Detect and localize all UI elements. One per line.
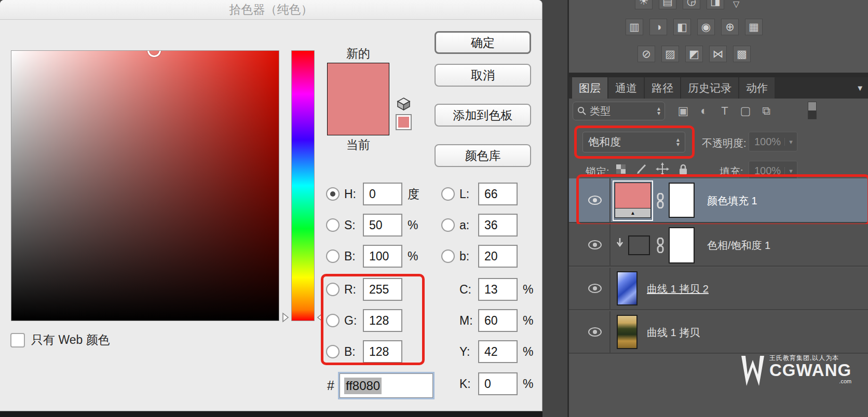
- k-unit: %: [523, 377, 533, 391]
- add-to-swatches-button[interactable]: 添加到色板: [435, 104, 531, 127]
- b2-radio[interactable]: [326, 345, 340, 358]
- layer-mask-thumbnail[interactable]: [669, 227, 695, 263]
- adjustment-layer-filter-icon[interactable]: ◐: [696, 103, 712, 119]
- levels-icon[interactable]: ▤: [659, 0, 676, 9]
- lock-position-icon[interactable]: [655, 162, 670, 176]
- only-web-colors-label: 只有 Web 颜色: [31, 332, 110, 348]
- vibrance-icon[interactable]: ▥: [626, 19, 643, 35]
- g-input[interactable]: 128: [363, 309, 402, 332]
- photo-filter-icon[interactable]: ◉: [697, 19, 715, 35]
- only-web-colors-checkbox[interactable]: [10, 333, 25, 348]
- hue-slider[interactable]: [291, 50, 315, 321]
- dialog-titlebar[interactable]: 拾色器（纯色）: [0, 0, 542, 20]
- cancel-button[interactable]: 取消: [435, 64, 531, 87]
- b-radio[interactable]: [326, 249, 340, 263]
- h-radio[interactable]: [326, 187, 340, 201]
- gamut-warning-cube-icon[interactable]: [397, 98, 411, 110]
- b-input[interactable]: 100: [363, 245, 402, 268]
- fill-layer-thumbnail[interactable]: ▲: [615, 183, 651, 219]
- a-input[interactable]: 36: [478, 214, 518, 237]
- color-libraries-button[interactable]: 颜色库: [435, 144, 531, 167]
- type-layer-filter-icon[interactable]: T: [716, 103, 733, 119]
- posterize-icon[interactable]: ▨: [661, 46, 679, 62]
- a-radio[interactable]: [441, 218, 455, 232]
- opacity-caret-icon[interactable]: ▾: [784, 138, 797, 146]
- layer-mask-thumbnail[interactable]: [669, 183, 695, 218]
- fill-control[interactable]: 100% ▾: [749, 161, 797, 180]
- hue-pointer-left-icon[interactable]: [282, 312, 289, 323]
- g-radio[interactable]: [326, 314, 340, 327]
- layer-name[interactable]: 色相/饱和度 1: [707, 239, 770, 253]
- fill-caret-icon[interactable]: ▾: [784, 167, 797, 175]
- h-input[interactable]: 0: [363, 183, 402, 205]
- brightness-contrast-icon[interactable]: ☀: [635, 0, 653, 9]
- shape-layer-filter-icon[interactable]: ▢: [737, 103, 754, 119]
- lock-transparency-icon[interactable]: [614, 162, 628, 176]
- color-lookup-icon[interactable]: ▦: [745, 19, 763, 35]
- opacity-control[interactable]: 100% ▾: [749, 132, 797, 151]
- exposure-icon[interactable]: ◨: [707, 0, 724, 9]
- pixel-layer-filter-icon[interactable]: ▣: [675, 103, 691, 119]
- l-input[interactable]: 66: [478, 183, 518, 205]
- layer-row-curves-copy[interactable]: 曲线 1 拷贝: [569, 311, 868, 354]
- panel-menu-icon[interactable]: ▼: [856, 84, 864, 92]
- invert-icon[interactable]: ⊘: [638, 46, 655, 62]
- layer-row-curves-copy-2[interactable]: 曲线 1 拷贝 2: [569, 268, 868, 310]
- tab-paths[interactable]: 路径: [645, 77, 680, 99]
- threshold-icon[interactable]: ◩: [685, 46, 703, 62]
- layer-row-hue-saturation[interactable]: 色相/饱和度 1: [569, 224, 868, 267]
- web-safe-swatch[interactable]: [396, 114, 412, 130]
- lab-b-radio[interactable]: [441, 249, 455, 263]
- selective-color-icon[interactable]: ▩: [733, 46, 751, 62]
- lab-b-input[interactable]: 20: [478, 245, 518, 268]
- adjustments-arrow-icon[interactable]: ▽: [733, 0, 739, 9]
- visibility-eye-icon[interactable]: [588, 327, 602, 337]
- ok-button[interactable]: 确定: [435, 31, 531, 54]
- dialog-title: 拾色器（纯色）: [229, 2, 313, 18]
- tab-actions[interactable]: 动作: [739, 77, 775, 99]
- layer-name[interactable]: 曲线 1 拷贝: [647, 326, 700, 340]
- c-input[interactable]: 13: [478, 278, 518, 301]
- visibility-eye-icon[interactable]: [588, 283, 602, 294]
- tab-history[interactable]: 历史记录: [681, 77, 738, 99]
- tab-channels[interactable]: 通道: [608, 77, 644, 99]
- hue-pointer-right-icon[interactable]: [317, 312, 324, 323]
- color-field[interactable]: [11, 50, 279, 321]
- image-layer-thumbnail[interactable]: [617, 315, 638, 349]
- link-icon[interactable]: [656, 238, 664, 255]
- layer-filter-dropdown[interactable]: 类型 ▴▾: [573, 102, 665, 120]
- hex-input[interactable]: ff8080: [340, 373, 433, 398]
- y-unit: %: [523, 345, 533, 359]
- adjustment-layer-thumbnail[interactable]: [628, 235, 650, 255]
- b2-input[interactable]: 128: [363, 340, 402, 363]
- smart-object-filter-icon[interactable]: ⧉: [758, 103, 775, 119]
- color-balance-icon[interactable]: ◑: [649, 19, 667, 35]
- lock-all-icon[interactable]: [676, 162, 690, 176]
- curves-icon[interactable]: ◶: [683, 0, 700, 9]
- s-radio[interactable]: [326, 218, 340, 232]
- y-input[interactable]: 42: [478, 340, 518, 363]
- filter-toggle-switch[interactable]: [808, 102, 817, 119]
- image-layer-thumbnail[interactable]: [617, 271, 638, 305]
- color-field-marker[interactable]: [147, 50, 161, 57]
- channel-mixer-icon[interactable]: ⊕: [721, 19, 739, 35]
- layer-name[interactable]: 颜色填充 1: [707, 194, 757, 208]
- hex-prefix: #: [327, 378, 334, 393]
- lock-pixels-brush-icon[interactable]: [634, 162, 649, 176]
- link-icon[interactable]: [656, 193, 664, 211]
- k-input[interactable]: 0: [478, 372, 518, 395]
- m-input[interactable]: 60: [478, 309, 518, 332]
- r-input[interactable]: 255: [363, 278, 402, 301]
- l-radio[interactable]: [441, 187, 455, 201]
- visibility-eye-icon[interactable]: [588, 240, 602, 250]
- tab-layers[interactable]: 图层: [572, 77, 607, 99]
- blend-mode-dropdown[interactable]: 饱和度 ▴▾: [582, 132, 685, 152]
- gradient-map-icon[interactable]: ⋈: [709, 46, 727, 62]
- r-radio[interactable]: [326, 283, 340, 296]
- current-color-swatch[interactable]: [328, 99, 389, 135]
- s-input[interactable]: 50: [363, 214, 402, 237]
- layer-row-color-fill[interactable]: ▲ 颜色填充 1: [569, 178, 868, 223]
- black-white-icon[interactable]: ◧: [673, 19, 691, 35]
- visibility-eye-icon[interactable]: [588, 195, 602, 205]
- layer-name[interactable]: 曲线 1 拷贝 2: [647, 282, 709, 296]
